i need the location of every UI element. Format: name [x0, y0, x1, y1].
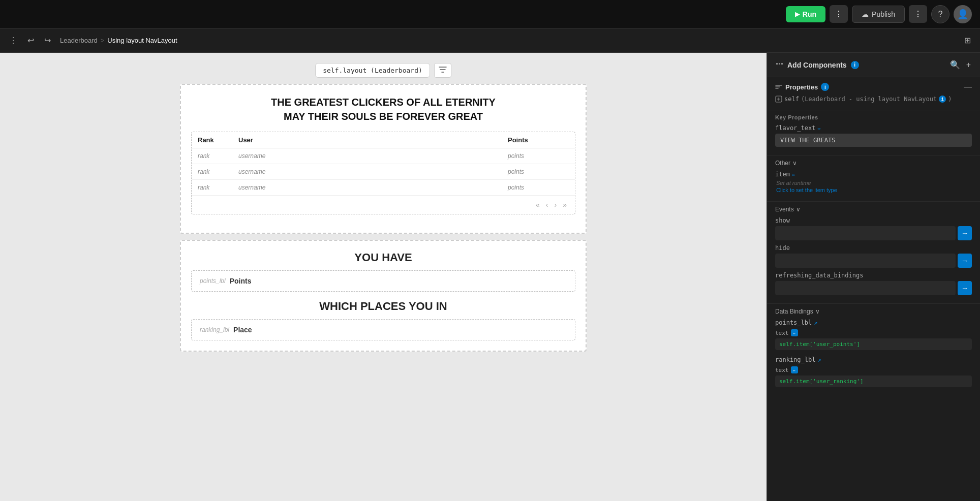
flavor-text-prop: flavor_text ✏ VIEW THE GREATS: [775, 124, 972, 147]
item-click-to-set[interactable]: Click to set the item type: [775, 187, 972, 193]
menu-dots-button[interactable]: ⋮: [6, 34, 20, 47]
prev-page-button[interactable]: ‹: [544, 200, 550, 210]
hide-event: hide →: [775, 244, 972, 268]
canvas-label-pill[interactable]: self.layout (Leaderboard): [315, 63, 430, 78]
item-prop: item ✏: [775, 171, 972, 178]
table-row: rank username points: [192, 180, 575, 196]
show-event: show →: [775, 217, 972, 240]
search-button[interactable]: 🔍: [949, 59, 961, 71]
refreshing-event-label: refreshing_data_bindings: [775, 272, 972, 279]
rank-cell: rank: [198, 152, 238, 160]
pagination-bar: « ‹ › »: [192, 196, 575, 214]
redo-button[interactable]: ↪: [41, 34, 54, 47]
self-text: self: [784, 96, 799, 103]
run-menu-button[interactable]: ⋮: [830, 5, 848, 23]
data-bindings-label: Data Bindings: [775, 308, 813, 315]
breadcrumb-current: Using layout NavLayout: [107, 37, 177, 44]
points-cell: points: [508, 152, 569, 160]
other-chevron: ∨: [792, 160, 797, 167]
points-lbl: points_lbl: [200, 277, 226, 285]
publish-button[interactable]: ☁ Publish: [852, 6, 905, 23]
events-label: Events: [775, 206, 794, 213]
add-components-header: Add Components i 🔍 +: [767, 53, 980, 77]
properties-icon: [775, 83, 782, 90]
table-header: Rank User Points: [192, 132, 575, 148]
refreshing-event-input[interactable]: [775, 281, 956, 295]
add-components-icon: [775, 61, 783, 69]
text-label2: text: [775, 367, 789, 373]
properties-section: Properties i — self (Leaderboard - using…: [767, 77, 980, 110]
text-value1: self.item['user_points']: [775, 338, 972, 350]
add-components-info[interactable]: i: [851, 61, 859, 69]
data-bindings-title[interactable]: Data Bindings ∨: [775, 308, 972, 315]
ranking-row: ranking_lbl Place: [191, 319, 575, 340]
events-section: Events ∨ show → hide → refreshing_data_b…: [767, 202, 980, 304]
run-menu-icon: ⋮: [835, 10, 843, 18]
properties-info[interactable]: i: [821, 83, 829, 91]
refreshing-data-bindings-event: refreshing_data_bindings →: [775, 272, 972, 295]
points-value: Points: [230, 277, 252, 285]
flavor-text-edit-icon[interactable]: ✏: [817, 125, 821, 132]
canvas-filter-button[interactable]: [434, 63, 451, 78]
panel-toggle-button[interactable]: ⊞: [961, 34, 974, 47]
component-icon: [775, 96, 782, 103]
main-layout: self.layout (Leaderboard) THE GREATEST C…: [0, 53, 980, 501]
breadcrumb-separator: >: [101, 37, 105, 44]
username-cell: username: [238, 184, 508, 191]
show-event-button[interactable]: →: [958, 226, 972, 240]
last-page-button[interactable]: »: [561, 200, 569, 210]
publish-menu-button[interactable]: ⋮: [909, 5, 927, 23]
help-icon: ?: [938, 10, 943, 19]
properties-header: Properties i —: [775, 82, 972, 91]
help-button[interactable]: ?: [931, 5, 950, 23]
run-button[interactable]: ▶ Run: [786, 6, 825, 22]
run-label: Run: [803, 10, 816, 18]
you-have-title: YOU HAVE: [191, 251, 575, 264]
data-bindings-chevron: ∨: [815, 308, 820, 315]
hide-event-input-row: →: [775, 254, 972, 268]
col-rank-header: Rank: [198, 136, 238, 144]
events-chevron: ∨: [796, 206, 801, 213]
properties-collapse-button[interactable]: —: [964, 82, 972, 91]
filter-icon: [439, 66, 447, 74]
you-have-card: YOU HAVE points_lbl Points WHICH PLACES …: [180, 240, 587, 352]
key-properties-section: Key Properties flavor_text ✏ VIEW THE GR…: [767, 110, 980, 155]
points-lbl-link-icon[interactable]: ↗: [814, 319, 817, 326]
breadcrumb: Leaderboard > Using layout NavLayout: [60, 37, 177, 44]
ranking-lbl-link-icon[interactable]: ↗: [817, 356, 821, 363]
leaderboard-table: Rank User Points rank username points ra…: [191, 132, 575, 214]
breadcrumb-root[interactable]: Leaderboard: [60, 37, 98, 44]
text-edit-icon2[interactable]: ✏: [791, 366, 798, 373]
canvas-label-text: self.layout (Leaderboard): [323, 67, 422, 74]
next-page-button[interactable]: ›: [553, 200, 559, 210]
points-lbl-component-name: points_lbl ↗: [775, 319, 972, 326]
ranking-lbl-binding: ranking_lbl ↗ text ✏ self.item['user_ran…: [775, 356, 972, 387]
item-label: item: [775, 171, 790, 178]
canvas-area: self.layout (Leaderboard) THE GREATEST C…: [0, 53, 767, 501]
refreshing-event-button[interactable]: →: [958, 281, 972, 295]
undo-button[interactable]: ↩: [24, 34, 37, 47]
avatar[interactable]: 👤: [954, 5, 972, 23]
rank-cell: rank: [198, 168, 238, 175]
col-user-header: User: [238, 136, 508, 144]
other-title[interactable]: Other ∨: [775, 160, 972, 167]
self-info-dot[interactable]: i: [939, 96, 946, 103]
add-components-label: Add Components: [787, 61, 847, 69]
other-section: Other ∨ item ✏ Set at runtime Click to s…: [767, 155, 980, 202]
ranking-lbl-component-name: ranking_lbl ↗: [775, 356, 972, 363]
item-set-runtime: Set at runtime: [775, 180, 972, 186]
text-edit-icon1[interactable]: ✏: [791, 329, 798, 336]
hide-event-input[interactable]: [775, 254, 956, 268]
add-button[interactable]: +: [965, 59, 972, 71]
toolbar: ⋮ ↩ ↪ Leaderboard > Using layout NavLayo…: [0, 28, 980, 53]
hide-event-button[interactable]: →: [958, 254, 972, 268]
table-row: rank username points: [192, 164, 575, 180]
panel-header-right: 🔍 +: [949, 59, 972, 71]
first-page-button[interactable]: «: [534, 200, 542, 210]
item-edit-icon[interactable]: ✏: [792, 171, 795, 178]
events-title[interactable]: Events ∨: [775, 206, 972, 213]
show-event-input[interactable]: [775, 226, 956, 240]
play-icon: ▶: [795, 11, 800, 18]
add-components-title-area: Add Components i: [775, 61, 859, 69]
username-cell: username: [238, 168, 508, 175]
